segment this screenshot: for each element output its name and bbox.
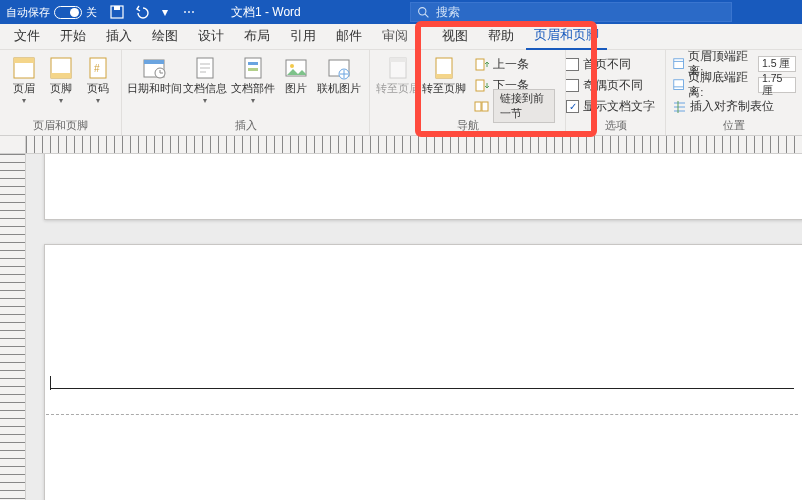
tab-references[interactable]: 引用 (282, 24, 324, 49)
header-distance-value[interactable]: 1.5 厘 (758, 56, 796, 72)
group-label: 位置 (666, 117, 802, 135)
redo-dropdown-icon[interactable]: ▾ (157, 4, 173, 20)
arrow-down-icon (474, 78, 489, 93)
svg-rect-21 (248, 68, 258, 71)
tab-home[interactable]: 开始 (52, 24, 94, 49)
page-previous (44, 154, 802, 220)
search-icon (417, 6, 430, 19)
svg-rect-5 (14, 58, 34, 63)
picture-icon (283, 56, 309, 80)
goto-footer-icon (431, 56, 457, 80)
workspace (0, 154, 802, 500)
footer-distance-value[interactable]: 1.75 厘 (758, 77, 796, 93)
calendar-icon (141, 56, 167, 80)
ruler-corner (0, 136, 26, 153)
tab-view[interactable]: 视图 (434, 24, 476, 49)
doc-info-button[interactable]: 文档信息▾ (182, 54, 228, 107)
chevron-down-icon: ▾ (59, 96, 63, 105)
footer-button[interactable]: 页脚▾ (43, 54, 78, 107)
footer-distance-icon (672, 78, 685, 93)
checkbox-icon (566, 58, 579, 71)
header-button[interactable]: 页眉▾ (6, 54, 41, 107)
chevron-down-icon: ▾ (251, 96, 255, 105)
link-icon (474, 99, 489, 114)
group-insert: 日期和时间 文档信息▾ 文档部件▾ 图片 联机图片 插入 (122, 50, 370, 135)
header-boundary (46, 414, 798, 415)
first-page-different-checkbox[interactable]: 首页不同 (566, 54, 631, 74)
group-label: 选项 (566, 117, 665, 135)
svg-rect-20 (248, 62, 258, 65)
header-underline (50, 388, 794, 389)
page-number-button[interactable]: # 页码▾ (80, 54, 115, 107)
tab-draw[interactable]: 绘图 (144, 24, 186, 49)
odd-even-different-checkbox[interactable]: 奇偶页不同 (566, 75, 643, 95)
checkbox-icon (566, 79, 579, 92)
group-navigation: 转至页眉 转至页脚 上一条 下一条 链接到前一节 (370, 50, 566, 135)
svg-line-3 (425, 14, 428, 17)
group-label: 插入 (122, 117, 369, 135)
date-time-button[interactable]: 日期和时间 (128, 54, 180, 96)
tab-help[interactable]: 帮助 (480, 24, 522, 49)
group-label: 导航 (370, 117, 565, 135)
svg-rect-29 (436, 74, 452, 78)
checkbox-icon: ✓ (566, 100, 579, 113)
svg-point-23 (290, 64, 294, 68)
svg-rect-36 (674, 79, 684, 89)
insert-alignment-tab-button[interactable]: 插入对齐制表位 (672, 96, 774, 116)
ruler-ticks (26, 136, 802, 153)
tab-design[interactable]: 设计 (190, 24, 232, 49)
quick-access-toolbar: ▾ ⋯ (109, 4, 197, 20)
link-to-previous-button[interactable]: 链接到前一节 (470, 96, 559, 116)
tab-insert[interactable]: 插入 (98, 24, 140, 49)
svg-rect-31 (476, 80, 484, 91)
title-bar: 自动保存 关 ▾ ⋯ 文档1 - Word 搜索 (0, 0, 802, 24)
autosave-toggle[interactable]: 自动保存 关 (6, 5, 97, 20)
svg-rect-11 (144, 60, 164, 64)
chevron-down-icon: ▾ (22, 96, 26, 105)
save-icon[interactable] (109, 4, 125, 20)
autosave-label: 自动保存 (6, 5, 50, 20)
online-pictures-button[interactable]: 联机图片 (316, 54, 362, 96)
picture-button[interactable]: 图片 (278, 54, 314, 96)
page-number-icon: # (85, 56, 111, 80)
search-placeholder: 搜索 (436, 4, 460, 21)
horizontal-ruler[interactable] (0, 136, 802, 154)
show-doc-text-checkbox[interactable]: ✓ 显示文档文字 (566, 96, 655, 116)
tab-mailings[interactable]: 邮件 (328, 24, 370, 49)
page-current (44, 244, 802, 500)
chevron-down-icon: ▾ (96, 96, 100, 105)
qat-customize-icon[interactable]: ⋯ (181, 4, 197, 20)
svg-rect-27 (390, 58, 406, 62)
group-position: 页眉顶端距离: 1.5 厘 页脚底端距离: 1.75 厘 插入对齐制表位 位置 (666, 50, 802, 135)
group-header-footer: 页眉▾ 页脚▾ # 页码▾ 页眉和页脚 (0, 50, 122, 135)
previous-button[interactable]: 上一条 (470, 54, 559, 74)
tab-layout[interactable]: 布局 (236, 24, 278, 49)
group-label: 页眉和页脚 (0, 117, 121, 135)
undo-icon[interactable] (133, 4, 149, 20)
svg-text:#: # (94, 63, 100, 74)
svg-rect-1 (114, 6, 120, 10)
document-canvas[interactable] (26, 154, 802, 500)
quick-parts-button[interactable]: 文档部件▾ (230, 54, 276, 107)
tab-header-footer[interactable]: 页眉和页脚 (526, 23, 607, 50)
group-options: 首页不同 奇偶页不同 ✓ 显示文档文字 选项 (566, 50, 666, 135)
header-distance-icon (672, 57, 685, 72)
goto-header-button: 转至页眉 (376, 54, 420, 96)
svg-rect-34 (674, 58, 684, 68)
svg-point-2 (419, 7, 426, 14)
autosave-state: 关 (86, 5, 97, 20)
goto-footer-button[interactable]: 转至页脚 (422, 54, 466, 96)
ribbon-tabs: 文件 开始 插入 绘图 设计 布局 引用 邮件 审阅 视图 帮助 页眉和页脚 (0, 24, 802, 50)
tab-icon (672, 99, 687, 114)
doc-info-icon (192, 56, 218, 80)
document-title: 文档1 - Word (231, 4, 301, 21)
search-box[interactable]: 搜索 (410, 2, 732, 22)
switch-icon (54, 6, 82, 19)
svg-rect-30 (476, 59, 484, 70)
vertical-ruler[interactable] (0, 154, 26, 500)
tab-file[interactable]: 文件 (6, 24, 48, 49)
svg-rect-33 (482, 102, 488, 111)
arrow-up-icon (474, 57, 489, 72)
tab-review[interactable]: 审阅 (374, 24, 416, 49)
footer-from-bottom-row[interactable]: 页脚底端距离: 1.75 厘 (672, 75, 796, 95)
